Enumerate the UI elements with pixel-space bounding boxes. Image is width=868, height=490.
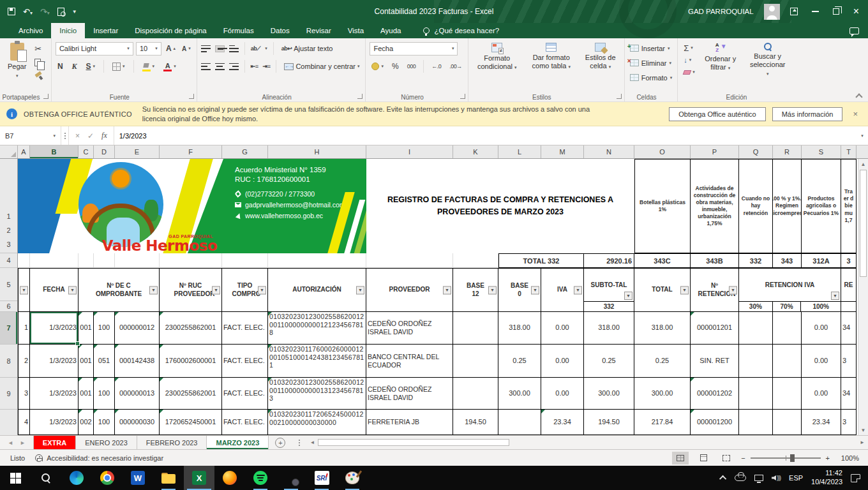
sheet-tab-marzo-2023[interactable]: MARZO 2023 bbox=[207, 436, 269, 449]
row-header-1[interactable]: 1 bbox=[0, 212, 17, 220]
column-header-D[interactable]: D bbox=[94, 145, 115, 158]
dismiss-warning-icon[interactable]: × bbox=[849, 109, 862, 119]
cell-S7[interactable]: 0.00 bbox=[802, 312, 841, 345]
cell-H9[interactable]: 0103202301230025586200120011000000000131… bbox=[268, 378, 366, 410]
grow-font-button[interactable]: A▴ bbox=[164, 42, 177, 56]
column-header-I[interactable]: I bbox=[366, 145, 453, 158]
taskbar-word-icon[interactable]: W bbox=[123, 466, 153, 490]
column-header-C[interactable]: C bbox=[79, 145, 94, 158]
header-ruc[interactable]: Nº RUC PROVEEDOR▼ bbox=[160, 268, 222, 312]
sheet-tab-enero-2023[interactable]: ENERO 2023 bbox=[76, 436, 137, 449]
cell-T9[interactable]: 34 bbox=[841, 378, 857, 410]
sheet-tab-extra[interactable]: EXTRA bbox=[33, 436, 76, 449]
cell-G8[interactable]: FACT. ELEC. bbox=[222, 345, 268, 378]
cell-A8[interactable]: 2 bbox=[18, 345, 30, 378]
filter-icon[interactable]: ▼ bbox=[356, 286, 364, 294]
underline-button[interactable]: S▾ bbox=[84, 60, 98, 73]
header-nretencion[interactable]: Nº RETENCION▼ bbox=[691, 268, 739, 312]
zoom-level[interactable]: 100% bbox=[836, 454, 859, 462]
autosum-button[interactable]: Σ▾ bbox=[682, 42, 697, 54]
note-agricolas[interactable]: Productos agricoilas o Pecuarios 1% bbox=[802, 159, 841, 253]
cell-Q8[interactable] bbox=[739, 345, 773, 378]
cell-Q7[interactable] bbox=[739, 312, 773, 345]
cell-E9[interactable]: 000000013 bbox=[115, 378, 160, 410]
header-fecha[interactable]: FECHA▼ bbox=[30, 268, 79, 312]
ribbon-tab-arch-ivo[interactable]: Arch​ivo bbox=[10, 23, 51, 38]
scroll-down-icon[interactable]: ▼ bbox=[858, 425, 868, 435]
cell-T8[interactable]: 3 bbox=[841, 345, 857, 378]
fill-button[interactable]: ↓▾ bbox=[682, 54, 697, 66]
cell-Q10[interactable] bbox=[739, 410, 773, 435]
cell-D8[interactable]: 051 bbox=[94, 345, 115, 378]
new-sheet-button[interactable]: + bbox=[275, 438, 285, 448]
delete-cells-button[interactable]: Eliminar▾ bbox=[629, 57, 673, 69]
filter-icon[interactable]: ▼ bbox=[531, 286, 539, 294]
cell-I10[interactable]: FERRETERIA JB bbox=[366, 410, 453, 435]
cell-D9[interactable]: 100 bbox=[94, 378, 115, 410]
cell-M7[interactable]: 0.00 bbox=[541, 312, 584, 345]
header-retencion-iva[interactable]: RETENCION IVA▼ 30% 70% 100% bbox=[739, 268, 841, 312]
find-select-button[interactable]: Buscar y seleccionar ▾ bbox=[744, 41, 791, 91]
zoom-slider-thumb[interactable] bbox=[790, 454, 795, 462]
taskbar-sri-icon[interactable]: SRi bbox=[306, 466, 337, 490]
cell-N7[interactable]: 318.00 bbox=[584, 312, 634, 345]
cell-R8[interactable] bbox=[773, 345, 802, 378]
cell-K8[interactable] bbox=[453, 345, 498, 378]
select-all-corner[interactable] bbox=[0, 145, 18, 158]
paste-button[interactable]: Pegar▾ bbox=[4, 41, 30, 91]
redo-icon[interactable]: ↷▾ bbox=[40, 7, 50, 17]
decrease-decimal-button[interactable]: .00→ bbox=[447, 60, 464, 73]
ribbon-tab-inicio[interactable]: Inicio bbox=[51, 23, 85, 38]
cell-F10[interactable]: 1720652450001 bbox=[160, 410, 222, 435]
header-autorizacion[interactable]: AUTORIZACIÓN▼ bbox=[268, 268, 366, 312]
row-header-6[interactable]: 6 bbox=[0, 301, 17, 312]
zoom-slider[interactable] bbox=[751, 457, 821, 459]
cell-N10[interactable]: 194.50 bbox=[584, 410, 634, 435]
cell-T10[interactable]: 3 bbox=[841, 410, 857, 435]
taskbar-firefox-icon[interactable] bbox=[214, 466, 245, 490]
cell-G10[interactable]: FACT. ELEC. bbox=[222, 410, 268, 435]
comments-icon[interactable] bbox=[849, 27, 859, 34]
cell-D10[interactable]: 100 bbox=[94, 410, 115, 435]
cell-P9[interactable]: 000001202 bbox=[691, 378, 739, 410]
taskbar-spotify-icon[interactable] bbox=[245, 466, 276, 490]
cell-H8[interactable]: 0103202301176000260000120010510001424381… bbox=[268, 345, 366, 378]
cell-code-343c[interactable]: 343C bbox=[634, 253, 691, 268]
filter-icon[interactable]: ▼ bbox=[443, 286, 451, 294]
taskbar-start-icon[interactable] bbox=[0, 466, 31, 490]
ribbon-tab-ayuda[interactable]: Ayuda bbox=[372, 23, 409, 38]
styles-dialog-launcher[interactable] bbox=[617, 94, 622, 99]
cell-total-amount[interactable]: 2920.16 bbox=[584, 253, 634, 268]
scroll-left-icon[interactable]: ◄ bbox=[306, 440, 318, 445]
cell-B9[interactable]: 1/3/2023 bbox=[30, 378, 79, 410]
column-header-M[interactable]: M bbox=[541, 145, 584, 158]
cell-C8[interactable]: 001 bbox=[79, 345, 94, 378]
row-header-8[interactable]: 8 bbox=[0, 345, 17, 378]
formula-input[interactable]: 1/3/2023 bbox=[114, 126, 857, 145]
zoom-in-icon[interactable]: + bbox=[826, 454, 830, 462]
cell-C9[interactable]: 001 bbox=[79, 378, 94, 410]
align-center-icon[interactable] bbox=[215, 63, 225, 70]
column-header-B[interactable]: B bbox=[30, 145, 79, 158]
cell-O10[interactable]: 217.84 bbox=[634, 410, 691, 435]
cell-N9[interactable]: 300.00 bbox=[584, 378, 634, 410]
tray-expand-icon[interactable] bbox=[719, 475, 726, 482]
cell-code-clipped[interactable]: 3 bbox=[841, 253, 857, 268]
note-microempresa[interactable]: 100 % y 1%.- Regimen microempresa bbox=[773, 159, 802, 253]
bold-button[interactable]: N bbox=[56, 60, 65, 73]
subtotal-code[interactable]: 332 bbox=[584, 302, 634, 311]
cell-F7[interactable]: 2300255862001 bbox=[160, 312, 222, 345]
header-proveedor[interactable]: PROVEEDOR▼ bbox=[366, 268, 453, 312]
merge-center-button[interactable]: Combinar y centrar▾ bbox=[282, 60, 361, 73]
expand-formula-bar-icon[interactable]: ▾ bbox=[861, 133, 864, 138]
column-header-T[interactable]: T bbox=[841, 145, 857, 158]
cell-S9[interactable]: 0.00 bbox=[802, 378, 841, 410]
row-header-3[interactable]: 3 bbox=[0, 241, 17, 248]
percent-style-button[interactable]: % bbox=[390, 60, 401, 73]
shrink-font-button[interactable]: A▾ bbox=[180, 42, 193, 56]
scroll-up-icon[interactable]: ▲ bbox=[858, 159, 868, 169]
cell-C7[interactable]: 001 bbox=[79, 312, 94, 345]
font-size-combo[interactable]: 10▾ bbox=[136, 42, 161, 56]
ribbon-tab-revisar[interactable]: Revisar bbox=[298, 23, 340, 38]
cell-code-343b[interactable]: 343B bbox=[691, 253, 739, 268]
